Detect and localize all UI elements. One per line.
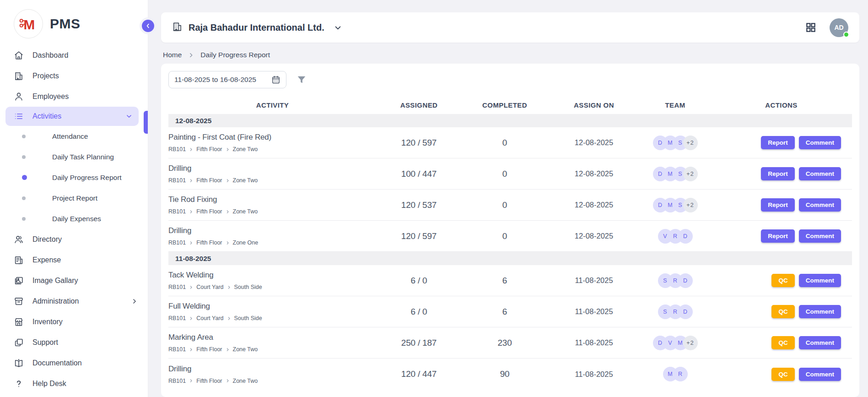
path-segment: Fifth Floor	[196, 378, 222, 384]
assigned-value: 250 / 187	[377, 338, 461, 348]
actions-cell: QCComment	[711, 336, 852, 349]
sidebar-item-documentation[interactable]: Documentation	[0, 353, 148, 373]
sidebar-subitem-daily-progress-report[interactable]: Daily Progress Report	[0, 167, 148, 188]
sidebar-item-label: Directory	[32, 235, 138, 244]
sidebar-item-employees[interactable]: Employees	[0, 86, 148, 107]
company-name: Raja Bahadur International Ltd.	[189, 22, 324, 33]
apps-grid-icon[interactable]	[805, 22, 817, 33]
sidebar-item-image-gallary[interactable]: Image Gallary	[0, 270, 148, 291]
table-row: Tack Welding RB101Court YardSouth Side 6…	[168, 265, 852, 296]
group-date-label: 12-08-2025	[175, 117, 211, 125]
chevron-right-icon	[226, 147, 230, 152]
sidebar-item-administration[interactable]: Administration	[0, 291, 148, 311]
sidebar-item-expense[interactable]: Expense	[0, 250, 148, 270]
table-row: Marking Area RB101Fifth FloorZone Two 25…	[168, 327, 852, 359]
breadcrumb-current: Daily Progress Report	[200, 51, 270, 59]
table-row: Tie Rod Fixing RB101Fifth FloorZone Two …	[168, 190, 852, 221]
sidebar-subitem-daily-expenses[interactable]: Daily Expenses	[0, 208, 148, 229]
completed-value: 0	[461, 200, 548, 210]
path-segment: Zone One	[233, 239, 259, 246]
app-name: PMS	[50, 16, 81, 32]
path-segment: Zone Two	[233, 177, 258, 184]
column-header-completed: COMPLETED	[461, 101, 548, 109]
archive-icon	[14, 296, 24, 306]
calendar-icon	[271, 75, 280, 84]
actions-cell: ReportComment	[711, 198, 852, 212]
qc-button[interactable]: QC	[771, 368, 794, 381]
sidebar-item-inventory[interactable]: Inventory	[0, 311, 148, 332]
activity-title: Drilling	[168, 226, 372, 235]
comment-button[interactable]: Comment	[799, 305, 841, 318]
report-button[interactable]: Report	[761, 229, 795, 243]
completed-value: 90	[461, 369, 548, 379]
chevron-right-icon	[189, 241, 193, 245]
report-button[interactable]: Report	[761, 167, 795, 180]
path-segment: Fifth Floor	[196, 208, 222, 215]
bullet-icon	[22, 217, 26, 221]
active-route-indicator	[144, 111, 148, 134]
path-segment: Fifth Floor	[196, 146, 222, 152]
team-extra-count: +2	[683, 167, 698, 181]
team-avatars: DMS+2	[640, 167, 711, 181]
sidebar-item-label: Administration	[32, 297, 123, 305]
activity-location-path: RB101Fifth FloorZone Two	[168, 146, 372, 152]
path-segment: Court Yard	[196, 284, 223, 290]
table-row: Drilling RB101Fifth FloorZone Two 120 / …	[168, 359, 852, 390]
sidebar-item-projects[interactable]: Projects	[0, 65, 148, 86]
sidebar-subitem-label: Attendance	[52, 132, 88, 141]
report-button[interactable]: Report	[761, 136, 795, 149]
user-avatar[interactable]: AD	[830, 18, 848, 37]
people-icon	[14, 234, 24, 245]
store-icon	[14, 317, 24, 327]
sidebar-item-directory[interactable]: Directory	[0, 229, 148, 250]
completed-value: 0	[461, 169, 548, 179]
activity-cell: Drilling RB101Fifth FloorZone One	[168, 226, 377, 246]
app-logo: M PMS	[0, 0, 148, 45]
sidebar-subitem-attendance[interactable]: Attendance	[0, 126, 148, 147]
filter-funnel-icon[interactable]	[297, 75, 307, 85]
completed-value: 0	[461, 231, 548, 241]
activity-title: Marking Area	[168, 333, 372, 342]
copy-icon	[14, 337, 24, 348]
chevron-right-icon	[189, 210, 193, 214]
company-selector[interactable]: Raja Bahadur International Ltd.	[172, 22, 342, 34]
sidebar-item-dashboard[interactable]: Dashboard	[0, 45, 148, 65]
team-avatars: DVM+2	[640, 336, 711, 350]
sidebar-item-activities[interactable]: Activities	[5, 107, 139, 126]
completed-value: 6	[461, 307, 548, 317]
comment-button[interactable]: Comment	[799, 229, 841, 243]
breadcrumb-home[interactable]: Home	[163, 51, 182, 59]
qc-button[interactable]: QC	[771, 305, 794, 318]
comment-button[interactable]: Comment	[799, 368, 841, 381]
comment-button[interactable]: Comment	[799, 167, 841, 180]
sidebar-item-help-desk[interactable]: Help Desk	[0, 373, 148, 394]
sidebar-subitem-project-report[interactable]: Project Report	[0, 188, 148, 208]
sidebar-subitem-label: Daily Task Planning	[52, 153, 114, 161]
comment-button[interactable]: Comment	[799, 336, 841, 349]
breadcrumb: Home Daily Progress Report	[161, 43, 859, 61]
assign-on-date: 11-08-2025	[548, 370, 640, 379]
assign-on-date: 12-08-2025	[548, 138, 640, 147]
chevron-right-icon	[189, 316, 193, 321]
sidebar-item-label: Image Gallary	[32, 277, 138, 285]
date-range-input[interactable]: 11-08-2025 to 16-08-2025	[168, 71, 286, 88]
comment-button[interactable]: Comment	[799, 136, 841, 149]
team-extra-count: +2	[683, 136, 698, 150]
sidebar-item-support[interactable]: Support	[0, 332, 148, 353]
qc-button[interactable]: QC	[771, 336, 794, 349]
qc-button[interactable]: QC	[771, 274, 794, 287]
sidebar-subitem-label: Daily Progress Report	[52, 174, 122, 182]
comment-button[interactable]: Comment	[799, 274, 841, 287]
comment-button[interactable]: Comment	[799, 198, 841, 212]
building-icon	[14, 71, 24, 81]
progress-table: ACTIVITYASSIGNEDCOMPLETEDASSIGN ONTEAMAC…	[168, 98, 852, 390]
activity-title: Tack Welding	[168, 271, 372, 280]
sidebar-subitem-daily-task-planning[interactable]: Daily Task Planning	[0, 147, 148, 167]
sidebar-collapse-button[interactable]	[142, 20, 154, 32]
path-segment: RB101	[168, 208, 186, 215]
assign-on-date: 11-08-2025	[548, 276, 640, 285]
main-area: Raja Bahadur International Ltd. AD Home …	[148, 0, 868, 397]
report-button[interactable]: Report	[761, 198, 795, 212]
team-member-avatar: D	[678, 305, 693, 319]
svg-text:M: M	[23, 17, 35, 32]
